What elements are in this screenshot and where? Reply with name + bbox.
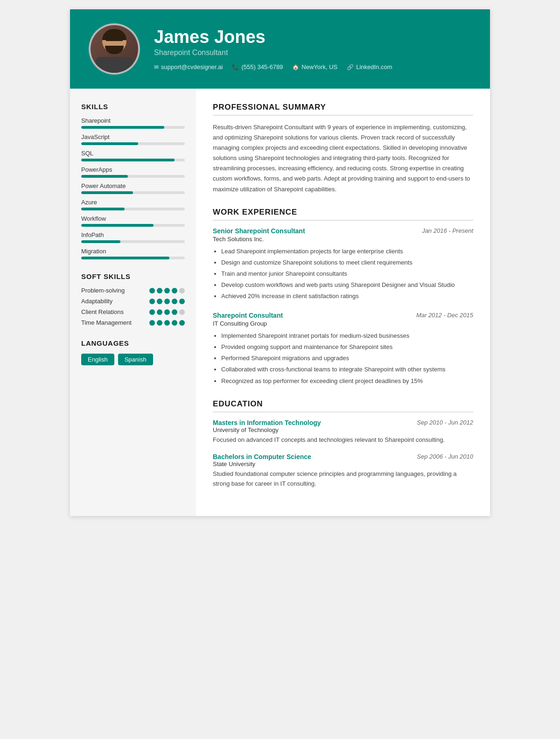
- bullet-item: Provided ongoing support and maintenance…: [221, 342, 473, 352]
- soft-skills-title: SOFT SKILLS: [81, 272, 185, 280]
- body: SKILLS Sharepoint JavaScript SQL PowerAp…: [70, 89, 490, 516]
- skill-dot: [179, 320, 185, 326]
- skill-name: JavaScript: [81, 133, 185, 140]
- skill-dot: [149, 320, 155, 326]
- skill-bar: [81, 126, 185, 129]
- soft-skill-name: Client Relations: [81, 308, 124, 315]
- language-tag: English: [81, 354, 114, 365]
- edu-description: Focused on advanced IT concepts and tech…: [213, 435, 473, 445]
- skill-item: Migration: [81, 248, 185, 259]
- soft-skill-name: Problem-solving: [81, 287, 125, 294]
- skill-item: Workflow: [81, 215, 185, 227]
- contact-list: ✉ support@cvdesigner.ai 📞 (555) 345-6789…: [154, 63, 471, 70]
- skill-bar: [81, 159, 185, 161]
- soft-skills-list: Problem-solving Adaptability Client Rela…: [81, 287, 185, 326]
- candidate-title: Sharepoint Consultant: [154, 49, 471, 57]
- contact-location: 🏠 NewYork, US: [292, 63, 337, 70]
- skill-name: Sharepoint: [81, 117, 185, 124]
- soft-skill-item: Time Management: [81, 319, 185, 326]
- skill-dot: [164, 299, 170, 304]
- skill-bar: [81, 240, 185, 243]
- skill-dots: [149, 288, 185, 293]
- main-content: PROFESSIONAL SUMMARY Results-driven Shar…: [196, 89, 490, 516]
- experience-item: Sharepoint Consultant Mar 2012 - Dec 201…: [213, 312, 473, 386]
- skills-section: SKILLS Sharepoint JavaScript SQL PowerAp…: [81, 103, 185, 259]
- education-title: EDUCATION: [213, 399, 473, 412]
- skill-dot: [179, 288, 185, 293]
- skill-fill: [81, 191, 133, 194]
- work-title: WORK EXPERIENCE: [213, 208, 473, 221]
- skill-fill: [81, 224, 154, 227]
- exp-date: Mar 2012 - Dec 2015: [416, 312, 473, 319]
- skill-fill: [81, 142, 138, 145]
- skill-dot: [149, 309, 155, 315]
- header: James Jones Sharepoint Consultant ✉ supp…: [70, 9, 490, 89]
- edu-description: Studied foundational computer science pr…: [213, 469, 473, 489]
- header-info: James Jones Sharepoint Consultant ✉ supp…: [154, 28, 471, 71]
- contact-email: ✉ support@cvdesigner.ai: [154, 63, 223, 70]
- skill-name: Azure: [81, 199, 185, 206]
- skill-name: Workflow: [81, 215, 185, 222]
- skill-item: JavaScript: [81, 133, 185, 145]
- summary-text: Results-driven Sharepoint Consultant wit…: [213, 122, 473, 195]
- summary-title: PROFESSIONAL SUMMARY: [213, 103, 473, 116]
- skill-dot: [164, 288, 170, 293]
- skill-bar: [81, 191, 185, 194]
- skill-dot: [172, 320, 177, 326]
- bullet-item: Lead Sharepoint implementation projects …: [221, 246, 473, 257]
- soft-skill-item: Client Relations: [81, 308, 185, 315]
- skills-list: Sharepoint JavaScript SQL PowerApps Powe…: [81, 117, 185, 259]
- education-list: Masters in Information Technology Sep 20…: [213, 419, 473, 489]
- skill-dots: [149, 299, 185, 304]
- edu-degree: Masters in Information Technology: [213, 419, 321, 426]
- skill-dot: [172, 309, 177, 315]
- skill-dot: [179, 299, 185, 304]
- skill-fill: [81, 257, 169, 259]
- languages-title: LANGUAGES: [81, 339, 185, 347]
- skill-item: Sharepoint: [81, 117, 185, 129]
- contact-linkedin: 🔗 LinkedIn.com: [347, 63, 392, 70]
- linkedin-icon: 🔗: [347, 64, 354, 70]
- skill-fill: [81, 159, 175, 161]
- soft-skill-name: Adaptability: [81, 298, 112, 305]
- bullet-item: Collaborated with cross-functional teams…: [221, 364, 473, 375]
- skill-dot: [157, 299, 162, 304]
- skill-fill: [81, 240, 120, 243]
- bullet-item: Achieved 20% increase in client satisfac…: [221, 291, 473, 301]
- skill-dot: [164, 320, 170, 326]
- skill-name: SQL: [81, 150, 185, 157]
- edu-header: Masters in Information Technology Sep 20…: [213, 419, 473, 426]
- bullet-item: Recognized as top performer for exceedin…: [221, 376, 473, 386]
- sidebar: SKILLS Sharepoint JavaScript SQL PowerAp…: [70, 89, 196, 516]
- exp-company: IT Consulting Group: [213, 320, 473, 327]
- skill-fill: [81, 175, 128, 178]
- skills-title: SKILLS: [81, 103, 185, 111]
- education-item: Masters in Information Technology Sep 20…: [213, 419, 473, 445]
- skill-fill: [81, 208, 125, 210]
- bullet-item: Train and mentor junior Sharepoint consu…: [221, 269, 473, 279]
- resume-container: James Jones Sharepoint Consultant ✉ supp…: [70, 9, 490, 516]
- exp-company: Tech Solutions Inc.: [213, 236, 473, 243]
- language-tag: Spanish: [118, 354, 153, 365]
- summary-section: PROFESSIONAL SUMMARY Results-driven Shar…: [213, 103, 473, 195]
- skill-dots: [149, 320, 185, 326]
- candidate-name: James Jones: [154, 28, 471, 47]
- skill-item: PowerApps: [81, 166, 185, 178]
- skill-item: Power Automate: [81, 182, 185, 194]
- skill-item: Azure: [81, 199, 185, 210]
- experience-item: Senior Sharepoint Consultant Jan 2016 - …: [213, 227, 473, 301]
- edu-date: Sep 2010 - Jun 2012: [417, 419, 473, 426]
- soft-skills-section: SOFT SKILLS Problem-solving Adaptability…: [81, 272, 185, 326]
- skill-dot: [164, 309, 170, 315]
- bullet-item: Performed Sharepoint migrations and upgr…: [221, 353, 473, 363]
- contact-phone: 📞 (555) 345-6789: [232, 63, 283, 70]
- exp-title: Senior Sharepoint Consultant: [213, 227, 305, 235]
- skill-dot: [172, 288, 177, 293]
- soft-skill-name: Time Management: [81, 319, 132, 326]
- education-section: EDUCATION Masters in Information Technol…: [213, 399, 473, 489]
- soft-skill-item: Adaptability: [81, 298, 185, 305]
- edu-degree: Bachelors in Computer Science: [213, 453, 311, 460]
- skill-bar: [81, 257, 185, 259]
- exp-header: Senior Sharepoint Consultant Jan 2016 - …: [213, 227, 473, 235]
- edu-school: University of Technology: [213, 426, 473, 433]
